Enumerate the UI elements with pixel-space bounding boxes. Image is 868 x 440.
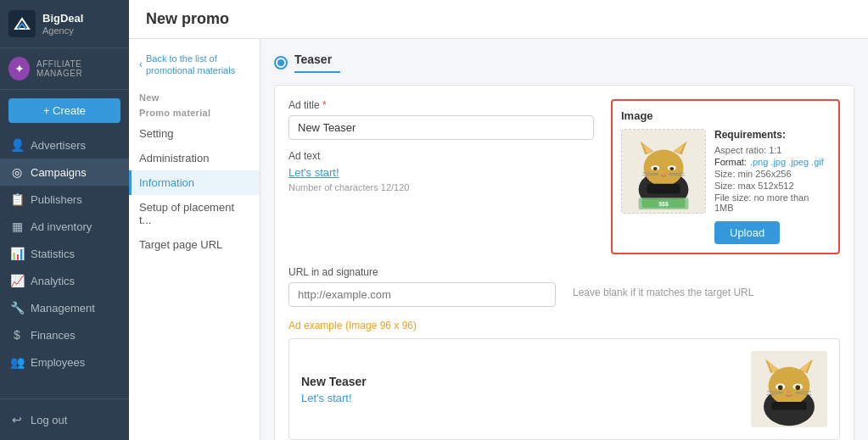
url-input[interactable] (288, 282, 556, 307)
svg-point-3 (643, 150, 683, 187)
sidebar-item-finances[interactable]: $ Finances (0, 321, 129, 348)
create-button[interactable]: + Create (8, 98, 120, 123)
sidebar-item-advertisers[interactable]: 👤 Advertisers (0, 131, 129, 159)
logo: BigDeal Agency (0, 0, 129, 48)
svg-rect-20 (647, 184, 680, 194)
sidebar: BigDeal Agency ✦ AFFILIATE MANAGER + Cre… (0, 0, 129, 440)
ad-text-value[interactable]: Let's start! (288, 166, 594, 179)
ad-example-label: Ad example (Image 96 x 96) (288, 319, 840, 331)
sub-nav-information[interactable]: Information (129, 170, 260, 195)
image-box-inner: $$$ Requirements: Aspect ratio: 1:1 (621, 129, 830, 244)
image-requirements: Requirements: Aspect ratio: 1:1 Format: … (714, 129, 830, 244)
ad-cat-svg (751, 351, 827, 427)
sidebar-item-management[interactable]: 🔧 Management (0, 294, 129, 321)
sub-section-promo: Promo material (129, 103, 260, 121)
sidebar-item-analytics[interactable]: 📈 Analytics (0, 267, 129, 294)
url-field-area: URL in ad signature (288, 266, 556, 307)
sidebar-item-ad-inventory-label: Ad inventory (31, 220, 92, 233)
sub-sidebar: ‹ Back to the list of promotional materi… (129, 39, 260, 440)
top-form-row: Ad title * Ad text Let's start! Number o… (288, 99, 840, 254)
role-label: AFFILIATE MANAGER (36, 59, 120, 78)
top-bar: New promo (129, 0, 868, 39)
app-sub: Agency (42, 25, 83, 36)
req-size-min: Size: min 256x256 (714, 169, 830, 179)
teaser-radio[interactable] (274, 56, 288, 70)
logout-label: Log out (31, 414, 67, 426)
req-format: Format: .png .jpg .jpeg .gif (714, 157, 830, 167)
logo-icon (8, 10, 36, 37)
sidebar-item-finances-label: Finances (31, 329, 76, 342)
sidebar-item-campaigns[interactable]: ◎ Campaigns (0, 159, 129, 186)
statistics-icon: 📊 (10, 247, 24, 260)
logout-icon: ↩ (10, 413, 24, 426)
svg-point-30 (778, 385, 783, 390)
page-content: Teaser Ad title * Ad text Let's start! (260, 39, 868, 440)
required-star: * (322, 99, 327, 111)
req-filesize: File size: no more than 1MB (714, 192, 830, 213)
form-section: Ad title * Ad text Let's start! Number o… (274, 85, 854, 440)
sidebar-item-statistics-label: Statistics (31, 248, 75, 260)
sidebar-item-ad-inventory[interactable]: ▦ Ad inventory (0, 213, 129, 240)
cat-preview-image: $$$ (622, 129, 705, 214)
url-row: URL in ad signature Leave blank if it ma… (288, 266, 840, 307)
teaser-header: Teaser (274, 53, 854, 73)
ad-example-box: New Teaser Let's start! (288, 338, 840, 440)
sub-nav-setup-placement[interactable]: Setup of placement t... (129, 195, 260, 232)
ad-example-link[interactable]: Let's start! (301, 392, 737, 404)
req-size-max: Size: max 512x512 (714, 181, 830, 191)
sub-nav-setting[interactable]: Setting (129, 121, 260, 146)
sidebar-item-advertisers-label: Advertisers (31, 139, 86, 152)
sidebar-item-employees-label: Employees (31, 356, 85, 369)
ad-example-section: Ad example (Image 96 x 96) New Teaser Le… (288, 319, 840, 440)
svg-text:$$$: $$$ (658, 201, 669, 208)
sidebar-bottom: ↩ Log out (0, 398, 129, 440)
url-note: Leave blank if it matches the target URL (573, 266, 840, 298)
ad-example-cat-image (751, 351, 827, 427)
content-area: ‹ Back to the list of promotional materi… (129, 39, 868, 440)
svg-point-10 (653, 167, 658, 170)
logout-item[interactable]: ↩ Log out (0, 406, 129, 433)
back-button[interactable]: ‹ Back to the list of promotional materi… (129, 49, 260, 87)
management-icon: 🔧 (10, 301, 24, 315)
char-count: Number of characters 12/120 (288, 182, 594, 192)
req-aspect: Aspect ratio: 1:1 (714, 145, 830, 155)
ad-title-label: Ad title * (288, 99, 594, 111)
page-title: New promo (146, 10, 229, 28)
finances-icon: $ (10, 328, 24, 342)
teaser-label: Teaser (294, 53, 340, 73)
svg-point-11 (669, 167, 674, 170)
publishers-icon: 📋 (10, 192, 24, 206)
campaigns-icon: ◎ (10, 165, 24, 179)
svg-rect-37 (771, 402, 806, 409)
sidebar-item-publishers[interactable]: 📋 Publishers (0, 186, 129, 213)
form-left: Ad title * Ad text Let's start! Number o… (288, 99, 594, 254)
image-upload-box: Image (611, 99, 840, 254)
sidebar-item-employees[interactable]: 👥 Employees (0, 348, 129, 376)
sub-nav-administration[interactable]: Administration (129, 146, 260, 170)
svg-point-23 (769, 367, 810, 405)
image-label: Image (621, 109, 830, 122)
sidebar-item-analytics-label: Analytics (31, 275, 75, 287)
upload-button[interactable]: Upload (714, 221, 780, 244)
back-icon: ‹ (139, 58, 143, 70)
image-preview: $$$ (621, 129, 706, 214)
radio-inner (277, 59, 284, 66)
back-label: Back to the list of promotional material… (146, 53, 249, 77)
ad-example-size: (Image 96 x 96) (345, 320, 417, 331)
analytics-icon: 📈 (10, 274, 24, 287)
ad-example-title: New Teaser (301, 375, 737, 388)
role-section: ✦ AFFILIATE MANAGER (0, 48, 129, 90)
role-icon: ✦ (8, 57, 30, 81)
employees-icon: 👥 (10, 355, 24, 369)
sidebar-item-management-label: Management (31, 302, 95, 315)
ad-inventory-icon: ▦ (10, 220, 24, 233)
app-name: BigDeal (42, 12, 83, 25)
ad-text-label: Ad text (288, 150, 594, 162)
ad-title-input[interactable] (288, 115, 594, 140)
advertisers-icon: 👤 (10, 138, 24, 152)
sidebar-item-statistics[interactable]: 📊 Statistics (0, 240, 129, 267)
sidebar-item-publishers-label: Publishers (31, 193, 82, 206)
main-content: New promo ‹ Back to the list of promotio… (129, 0, 868, 440)
url-label: URL in ad signature (288, 266, 556, 278)
sub-nav-target-page[interactable]: Target page URL (129, 232, 260, 257)
